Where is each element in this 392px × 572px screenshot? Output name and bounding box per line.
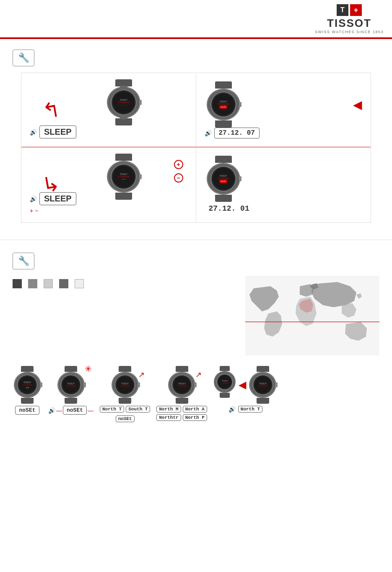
watch-strap-bottom-r1 — [215, 120, 232, 128]
date-indicator-1: 🔊 27.12. 07 — [205, 128, 260, 138]
world-map-section — [245, 276, 379, 360]
color-legend — [13, 279, 237, 288]
watch-crown — [139, 100, 142, 105]
watch-mini-3: TISSOT T-TOUCH — [110, 366, 140, 404]
date-text-1: 27.12. 07 — [219, 129, 255, 137]
wm5a-face: TISSOT T-TOUCH — [217, 374, 233, 390]
wm2-face: TISSOT T-TOUCH — [61, 375, 81, 395]
watch-mini-2: TISSOT T-TOUCH — [56, 366, 86, 404]
speaker-icon-2: 🔊 — [30, 196, 37, 202]
northtr-label: Northtr — [156, 414, 181, 421]
noset-3-label: noSEt — [116, 415, 135, 422]
wm2-crown — [83, 382, 86, 387]
watch-mini-5b: TISSOT T-TOUCH — [248, 366, 278, 404]
watch-face-inner-r2r: TISSOT T-TOUCH 13.07 — [213, 168, 234, 190]
plus-btn[interactable]: + — [174, 160, 183, 169]
watch-strap-top-r2r — [215, 156, 232, 163]
wrench-icon: 🔧 — [18, 52, 29, 63]
watch-2-container: TISSOT T-TOUCH ✳ — [56, 366, 86, 404]
watch-face-inner: TISSOT T-TOUCH — — — — [113, 91, 135, 113]
wm1-strap-top — [21, 366, 34, 372]
north-t-final-label: North T — [238, 406, 262, 413]
watch-5-pair: TISSOT T-TOUCH ◀ — [213, 366, 278, 404]
wm3-body: TISSOT T-TOUCH — [112, 372, 139, 398]
watch-strap-bottom — [115, 118, 132, 125]
watch-face-inner-r1: TISSOT T-TOUCH 12 07 — [213, 94, 234, 115]
date-display-2: 27.12. 01 — [205, 203, 254, 214]
watch-face-r1: TISSOT T-TOUCH 12 07 — [211, 92, 236, 117]
wm1-crown — [40, 382, 42, 387]
watch-col-4: TISSOT T-TOUCH ↗ North M North A Northtr… — [156, 366, 207, 421]
section2-left — [13, 276, 237, 292]
swatch-1 — [13, 279, 22, 288]
watch-col-3: TISSOT T-TOUCH ↗ North T South T noSEt — [100, 366, 150, 422]
minus-btn[interactable]: − — [174, 173, 183, 183]
sleep-text-1: SLEEP — [44, 127, 72, 137]
watch-row1-left: TISSOT T-TOUCH — — — — [105, 79, 143, 125]
watch-strap-bottom-r2l — [115, 193, 132, 200]
brand-subtitle: SWISS WATCHES SINCE 1853 — [315, 30, 384, 34]
sleep-badge-1: SLEEP — [39, 125, 76, 138]
swatch-5 — [75, 279, 84, 288]
swatch-3 — [44, 279, 53, 288]
opt-icon-1: 🔧 — [13, 50, 34, 66]
wm3-face-inner: TISSOT T-TOUCH — [117, 376, 133, 393]
watch-strap-top-r1 — [215, 81, 232, 89]
wm4-face: TISSOT T-TOUCH — [172, 375, 192, 395]
section1: 🔧 TISSOT T-TOUCH — — — — [0, 45, 392, 231]
watch-body-r2l: TISSOT T-TOUCH • • • — [107, 161, 140, 193]
watch-row2-right: TISSOT T-TOUCH 13.07 — [205, 156, 242, 202]
swatch-4 — [59, 279, 68, 288]
north-t-final: 🔊 North T — [228, 406, 262, 413]
wm5b-body: TISSOT T-TOUCH — [249, 372, 276, 398]
watch-mini-5a: TISSOT T-TOUCH — [213, 366, 236, 404]
world-map — [245, 276, 379, 360]
speaker-icon-date1: 🔊 — [205, 130, 212, 136]
header: T + TISSOT SWISS WATCHES SINCE 1853 — [0, 0, 392, 38]
wm5b-strap-top — [257, 366, 269, 372]
wm5b-face-inner: TISSOT T-TOUCH — [254, 376, 271, 393]
wm5b-strap-bot — [257, 398, 269, 404]
label-noset-2: noSEt — [63, 406, 87, 415]
world-map-svg — [245, 276, 379, 355]
arrow-4: ↗ — [195, 370, 202, 379]
date-display-1: 27.12. 07 — [214, 128, 260, 138]
north-a-label: North A — [183, 406, 207, 413]
watch-crown-r2r — [239, 176, 241, 181]
north-p-label: North P — [183, 414, 207, 421]
watch-row-section2: TISSOT T-TOUCH ◀◀ noSEt — [13, 366, 379, 422]
swatch-2 — [28, 279, 37, 288]
wm5b-crown — [275, 382, 278, 387]
wm5a-body: TISSOT T-TOUCH — [214, 371, 236, 393]
wm3-strap-top — [119, 366, 131, 372]
wm5b-face: TISSOT T-TOUCH — [253, 375, 273, 395]
tissot-cross-icon: + — [350, 4, 362, 16]
watch-btn-top — [120, 86, 127, 89]
wm1-body: TISSOT T-TOUCH ◀◀ — [14, 372, 41, 398]
row2-right: TISSOT T-TOUCH 13.07 27.12. 01 — [196, 147, 371, 222]
wm4-crown — [194, 382, 197, 387]
row1-right: TISSOT T-TOUCH 12 07 ◀ 🔊 27.12. 07 — [196, 73, 371, 147]
section2: 🔧 — [0, 248, 392, 431]
watch-col-5: TISSOT T-TOUCH ◀ — [213, 366, 278, 413]
wm4-body: TISSOT T-TOUCH — [168, 372, 195, 398]
date-text-2: 27.12. 01 — [209, 204, 249, 213]
wm5a-strap-top — [220, 366, 230, 371]
speaker-2: 🔊 — [48, 407, 55, 414]
speaker-icon-1: 🔊 — [30, 129, 37, 136]
label-noset-1: noSEt — [15, 406, 39, 415]
wm1-face: TISSOT T-TOUCH ◀◀ — [17, 375, 37, 395]
arrow-3: ↗ — [138, 370, 145, 379]
wm3-face: TISSOT T-TOUCH — [115, 375, 135, 395]
pm-label: + − — [30, 207, 187, 214]
watch-strap-bottom-r2r — [215, 195, 232, 202]
watch-col-1: TISSOT T-TOUCH ◀◀ noSEt — [13, 366, 42, 415]
north-grid-labels: North M North A Northtr North P — [156, 406, 207, 421]
arrow-left-1: ◀ — [353, 98, 362, 112]
row1-left: TISSOT T-TOUCH — — — ↱ 🔊 — [21, 73, 196, 147]
watch-5a-container: TISSOT T-TOUCH — [213, 366, 236, 404]
section1-grid: TISSOT T-TOUCH — — — ↱ 🔊 — [21, 73, 371, 223]
wm2-body: TISSOT T-TOUCH — [57, 372, 85, 398]
watch-row1-right: TISSOT T-TOUCH 12 07 — [205, 81, 242, 128]
compass-arrows-icon: ✳ — [85, 364, 92, 374]
